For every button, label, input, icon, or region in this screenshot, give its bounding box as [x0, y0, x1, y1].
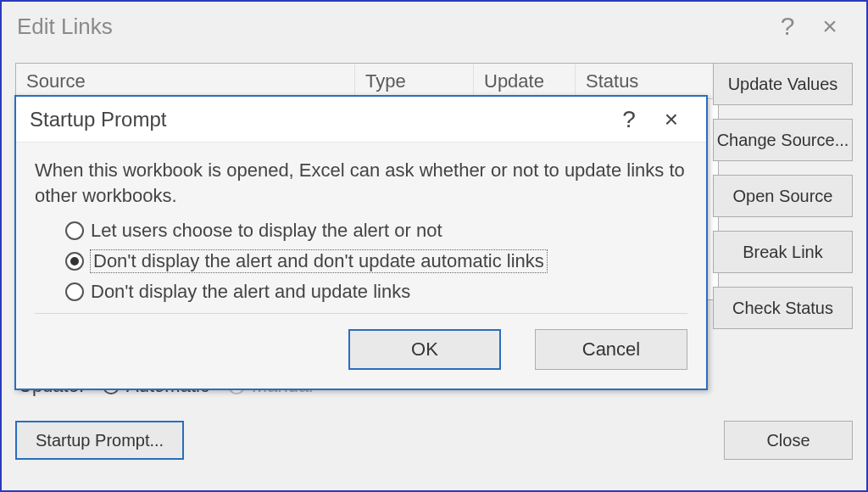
radio-dot-icon [65, 252, 84, 271]
col-update[interactable]: Update [474, 64, 576, 98]
col-type[interactable]: Type [355, 64, 474, 98]
startup-prompt-title: Startup Prompt [30, 108, 166, 131]
option-dont-display-dont-update[interactable]: Don't display the alert and don't update… [65, 250, 687, 272]
option-dont-display-update[interactable]: Don't display the alert and update links [65, 281, 687, 303]
help-icon[interactable]: ? [766, 14, 809, 39]
startup-prompt-message: When this workbook is opened, Excel can … [35, 158, 687, 208]
startup-prompt-body: When this workbook is opened, Excel can … [16, 143, 706, 329]
startup-prompt-button[interactable]: Startup Prompt... [15, 421, 184, 460]
option-label: Let users choose to display the alert or… [91, 220, 442, 242]
change-source-button[interactable]: Change Source... [713, 119, 853, 161]
cancel-label: Cancel [582, 338, 640, 361]
ok-button[interactable]: OK [348, 329, 501, 370]
col-status[interactable]: Status [576, 64, 718, 98]
links-table-header: Source Type Update Status [16, 64, 718, 99]
radio-icon [65, 282, 84, 301]
close-button[interactable]: Close [724, 421, 853, 460]
check-status-label: Check Status [732, 299, 833, 318]
edit-links-action-buttons: Update Values Change Source... Open Sour… [713, 63, 853, 329]
radio-icon [65, 221, 84, 240]
ok-label: OK [411, 338, 438, 361]
option-label: Don't display the alert and update links [91, 281, 410, 303]
startup-prompt-options: Let users choose to display the alert or… [35, 220, 687, 303]
startup-prompt-titlebar: Startup Prompt ? × [16, 97, 706, 143]
close-button-label: Close [766, 431, 810, 450]
break-link-label: Break Link [743, 243, 823, 262]
startup-prompt-label: Startup Prompt... [36, 431, 164, 450]
update-values-label: Update Values [728, 75, 838, 94]
break-link-button[interactable]: Break Link [713, 231, 853, 273]
edit-links-titlebar: Edit Links ? × [3, 3, 865, 49]
window-frame: Edit Links ? × Source Type Update Status… [0, 0, 868, 492]
option-let-users-choose[interactable]: Let users choose to display the alert or… [65, 220, 687, 242]
change-source-label: Change Source... [717, 131, 849, 150]
help-icon[interactable]: ? [608, 108, 650, 131]
separator [35, 313, 687, 314]
startup-prompt-buttons: OK Cancel [16, 329, 706, 389]
close-icon[interactable]: × [650, 108, 693, 131]
close-icon[interactable]: × [809, 14, 851, 39]
check-status-button[interactable]: Check Status [713, 287, 853, 329]
edit-links-bottom-row: Startup Prompt... Close [15, 421, 853, 460]
cancel-button[interactable]: Cancel [535, 329, 687, 370]
edit-links-title: Edit Links [17, 14, 113, 40]
update-values-button[interactable]: Update Values [713, 63, 853, 105]
col-source[interactable]: Source [16, 64, 355, 98]
open-source-label: Open Source [733, 187, 833, 206]
open-source-button[interactable]: Open Source [713, 175, 853, 217]
option-label: Don't display the alert and don't update… [91, 250, 547, 272]
startup-prompt-dialog: Startup Prompt ? × When this workbook is… [14, 95, 708, 390]
